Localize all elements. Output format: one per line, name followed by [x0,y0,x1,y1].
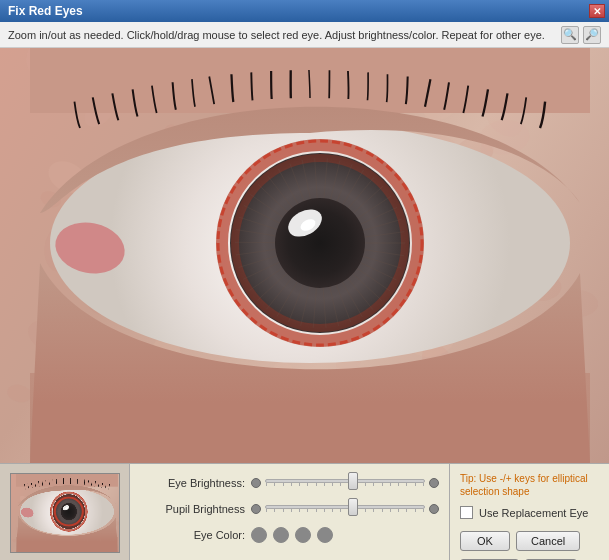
eye-brightness-max-dot [429,478,439,488]
eye-brightness-thumb[interactable] [348,472,358,490]
pupil-brightness-label: Pupil Brightness [140,503,245,515]
instruction-text: Zoom in/out as needed. Click/hold/drag m… [8,29,545,41]
eye-brightness-track-wrapper [265,473,425,493]
replacement-eye-checkbox-row: Use Replacement Eye [460,506,599,519]
zoom-controls: 🔍 🔍 [561,26,601,44]
color-dot-2[interactable] [273,527,289,543]
cancel-button[interactable]: Cancel [516,531,580,551]
ok-cancel-buttons: OK Cancel [460,531,599,551]
pupil-brightness-track-wrapper [265,499,425,519]
zoom-out-icon: 🔍 [585,28,599,41]
pupil-brightness-thumb[interactable] [348,498,358,516]
zoom-in-button[interactable]: 🔍 [561,26,579,44]
thumbnail-area [0,464,130,560]
thumbnail-canvas [11,474,120,553]
eye-color-label: Eye Color: [140,529,245,541]
tip-text: Tip: Use -/+ keys for elliptical selecti… [460,472,599,498]
eye-brightness-label: Eye Brightness: [140,477,245,489]
controls-area: Eye Brightness: Pupil Brightness [130,464,449,560]
thumbnail [10,473,120,553]
bottom-panel: Eye Brightness: Pupil Brightness [0,463,609,560]
color-dot-3[interactable] [295,527,311,543]
ok-button[interactable]: OK [460,531,510,551]
window-title: Fix Red Eyes [8,4,83,18]
eye-brightness-min-dot [251,478,261,488]
replacement-eye-label: Use Replacement Eye [479,507,588,519]
instruction-bar: Zoom in/out as needed. Click/hold/drag m… [0,22,609,48]
close-icon: ✕ [593,6,601,17]
color-dot-4[interactable] [317,527,333,543]
zoom-in-icon: 🔍 [563,28,577,41]
zoom-out-button[interactable]: 🔍 [583,26,601,44]
pupil-brightness-slider-container [251,499,439,519]
eye-color-row: Eye Color: [140,524,439,546]
right-panel: Tip: Use -/+ keys for elliptical selecti… [449,464,609,560]
color-dot-1[interactable] [251,527,267,543]
eye-brightness-track[interactable] [265,479,425,483]
pupil-brightness-track[interactable] [265,505,425,509]
close-button[interactable]: ✕ [589,4,605,18]
pupil-brightness-row: Pupil Brightness [140,498,439,520]
eye-brightness-slider-container [251,473,439,493]
pupil-brightness-ticks [265,509,425,513]
title-bar: Fix Red Eyes ✕ [0,0,609,22]
color-dots [251,527,333,543]
replacement-eye-checkbox[interactable] [460,506,473,519]
pupil-brightness-min-dot [251,504,261,514]
eye-brightness-ticks [265,483,425,487]
eye-image[interactable] [0,48,609,463]
pupil-brightness-max-dot [429,504,439,514]
image-canvas[interactable] [0,48,609,463]
eye-brightness-row: Eye Brightness: [140,472,439,494]
